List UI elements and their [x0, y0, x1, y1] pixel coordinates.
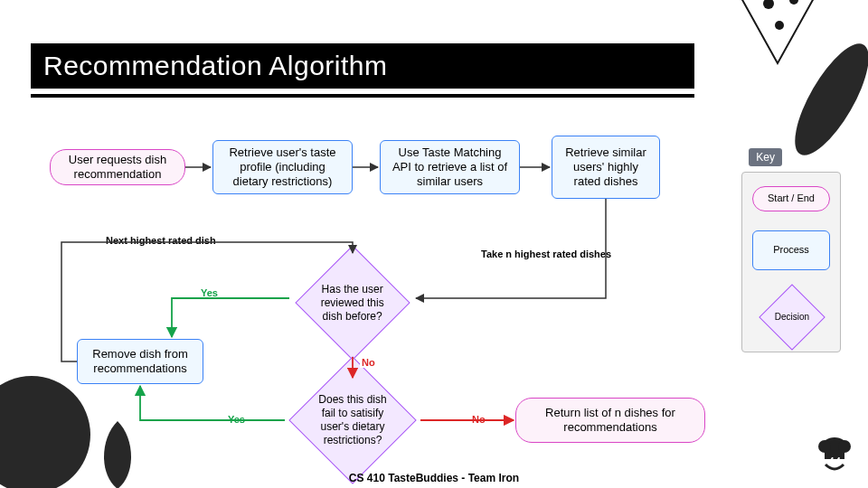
node-decision-reviewed: Has the user reviewed this dish before?	[295, 245, 410, 360]
node-d2-text: Does this dish fail to satisify user's d…	[316, 393, 390, 447]
node-p4-text: Remove dish from recommendations	[85, 347, 195, 377]
edge-label-next-highest: Next highest rated dish	[104, 235, 218, 246]
svg-point-2	[789, 0, 798, 5]
key-process: Process	[752, 230, 830, 270]
edge-label-yes-2: Yes	[226, 414, 247, 425]
node-d1-text: Has the user reviewed this dish before?	[320, 283, 385, 324]
key-startend-text: Start / End	[768, 192, 815, 205]
node-end: Return list of n dishes for recommendati…	[515, 398, 705, 443]
node-process-taste-matching: Use Taste Matching API to retrieve a lis…	[380, 140, 520, 194]
decor-baguette-icon	[769, 27, 868, 175]
key-decision-text: Decision	[775, 312, 809, 324]
slide-title: Recommendation Algorithm	[43, 51, 388, 81]
svg-point-4	[781, 33, 868, 164]
slide-title-bar: Recommendation Algorithm	[31, 43, 694, 89]
node-process-retrieve-dishes: Retrieve similar users' highly rated dis…	[552, 136, 660, 199]
key-startend: Start / End	[752, 186, 830, 211]
svg-point-1	[763, 0, 774, 9]
node-start: User requests dish recommendation	[50, 149, 185, 185]
key-header: Key	[749, 148, 782, 166]
title-underline	[31, 94, 694, 98]
edge-label-yes-1: Yes	[199, 287, 220, 298]
key-process-text: Process	[773, 244, 809, 257]
node-p3-text: Retrieve similar users' highly rated dis…	[560, 145, 652, 190]
node-end-text: Return list of n dishes for recommendati…	[524, 406, 697, 436]
slide-footer: CS 410 TasteBuddies - Team Iron	[0, 472, 868, 484]
node-process-remove-dish: Remove dish from recommendations	[77, 339, 203, 384]
edge-label-no-2: No	[470, 414, 487, 425]
node-process-taste-profile: Retrieve user's taste profile (including…	[212, 140, 353, 194]
edge-label-take-n: Take n highest rated dishes	[479, 249, 613, 259]
page-number: 44	[819, 448, 850, 474]
node-start-text: User requests dish recommendation	[58, 153, 177, 183]
node-decision-dietary: Does this dish fail to satisify user's d…	[288, 356, 416, 483]
node-p2-text: Use Taste Matching API to retrieve a lis…	[388, 145, 512, 190]
node-p1-text: Retrieve user's taste profile (including…	[221, 145, 344, 190]
edge-label-no-1: No	[360, 357, 377, 368]
